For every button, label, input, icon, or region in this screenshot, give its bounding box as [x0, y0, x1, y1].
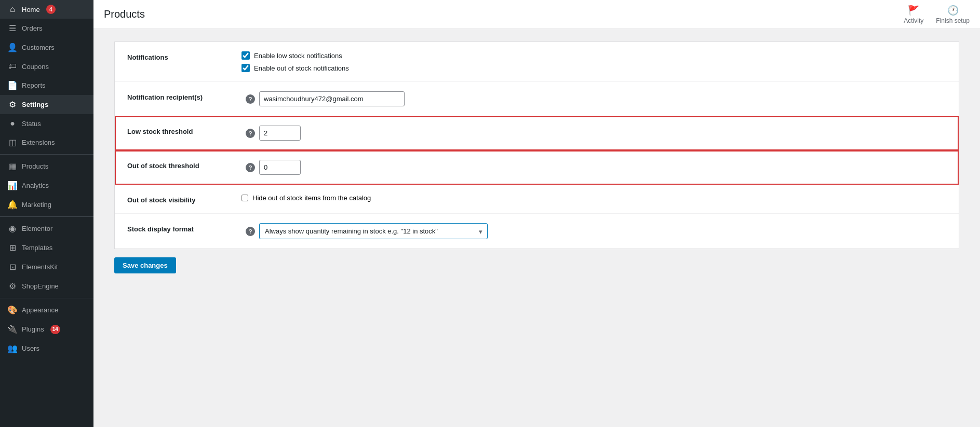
stock-display-select[interactable]: Always show quantity remaining in stock …	[259, 223, 488, 239]
settings-content: Notifications Enable low stock notificat…	[93, 29, 980, 427]
sidebar-item-label: Customers	[22, 44, 55, 51]
notification-recipients-label: Notification recipient(s)	[127, 91, 241, 101]
sidebar-item-label: Settings	[22, 101, 48, 108]
stock-display-format-row: Stock display format ? Always show quant…	[115, 214, 959, 249]
notification-help-icon[interactable]: ?	[246, 94, 255, 104]
notifications-row: Notifications Enable low stock notificat…	[115, 42, 959, 82]
low-stock-threshold-input[interactable]	[259, 126, 301, 141]
sidebar-item-plugins[interactable]: 🔌 Plugins 14	[0, 320, 93, 339]
low-stock-help-icon[interactable]: ?	[246, 129, 255, 138]
enable-out-of-stock-checkbox[interactable]	[241, 64, 250, 72]
appearance-icon: 🎨	[7, 305, 18, 315]
sidebar-item-coupons[interactable]: 🏷 Coupons	[0, 57, 93, 76]
hide-oos-row[interactable]: Hide out of stock items from the catalog	[241, 194, 946, 202]
topbar-actions: 🚩 Activity 🕐 Finish setup	[904, 5, 970, 24]
out-of-stock-threshold-row: Out of stock threshold ?	[115, 150, 959, 185]
sidebar-item-customers[interactable]: 👤 Customers	[0, 38, 93, 57]
extensions-icon: ◫	[7, 137, 18, 147]
plugins-icon: 🔌	[7, 324, 18, 334]
sidebar-item-products[interactable]: ▦ Products	[0, 157, 93, 176]
low-stock-threshold-control: ?	[241, 126, 946, 141]
status-icon: ●	[7, 119, 18, 128]
out-of-stock-inline: ?	[241, 160, 946, 175]
elementor-icon: ◉	[7, 224, 18, 233]
notifications-label: Notifications	[127, 51, 241, 61]
sidebar-item-label: ElementsKit	[22, 263, 58, 271]
main-area: Products 🚩 Activity 🕐 Finish setup Notif…	[93, 0, 980, 427]
activity-icon: 🚩	[908, 5, 919, 16]
sidebar: ⌂ Home 4 ☰ Orders 👤 Customers 🏷 Coupons …	[0, 0, 93, 427]
enable-low-stock-row[interactable]: Enable low stock notifications	[241, 51, 946, 60]
sidebar-item-analytics[interactable]: 📊 Analytics	[0, 176, 93, 195]
low-stock-threshold-label: Low stock threshold	[127, 126, 241, 135]
sidebar-item-label: Appearance	[22, 306, 58, 314]
analytics-icon: 📊	[7, 181, 18, 190]
low-stock-inline: ?	[241, 126, 946, 141]
sidebar-item-settings[interactable]: ⚙ Settings	[0, 95, 93, 114]
activity-button[interactable]: 🚩 Activity	[904, 5, 923, 24]
shopengine-icon: ⚙	[7, 281, 18, 291]
sidebar-item-label: Reports	[22, 81, 46, 89]
plugins-badge: 14	[50, 325, 60, 334]
out-of-stock-threshold-label: Out of stock threshold	[127, 160, 241, 170]
sidebar-item-orders[interactable]: ☰ Orders	[0, 19, 93, 38]
elementskit-icon: ⊡	[7, 262, 18, 272]
oos-visibility-label: Out of stock visibility	[127, 194, 241, 204]
enable-out-of-stock-row[interactable]: Enable out of stock notifications	[241, 64, 946, 72]
out-of-stock-help-icon[interactable]: ?	[246, 163, 255, 172]
oos-visibility-row: Out of stock visibility Hide out of stoc…	[115, 185, 959, 214]
sidebar-item-label: Extensions	[22, 139, 55, 146]
sidebar-item-users[interactable]: 👥 Users	[0, 339, 93, 358]
sidebar-item-label: ShopEngine	[22, 282, 59, 290]
settings-form: Notifications Enable low stock notificat…	[114, 42, 959, 249]
finish-setup-label: Finish setup	[936, 17, 970, 24]
out-of-stock-threshold-control: ?	[241, 160, 946, 175]
sidebar-item-label: Elementor	[22, 225, 52, 232]
save-changes-button[interactable]: Save changes	[114, 257, 176, 273]
hide-oos-checkbox[interactable]	[241, 195, 248, 201]
enable-out-of-stock-label: Enable out of stock notifications	[254, 64, 349, 72]
sidebar-item-appearance[interactable]: 🎨 Appearance	[0, 300, 93, 320]
sidebar-item-label: Home	[22, 6, 40, 13]
activity-label: Activity	[904, 17, 923, 24]
sidebar-item-label: Users	[22, 345, 39, 352]
sidebar-item-status[interactable]: ● Status	[0, 114, 93, 133]
clock-icon: 🕐	[947, 5, 959, 16]
sidebar-item-elementskit[interactable]: ⊡ ElementsKit	[0, 257, 93, 277]
coupons-icon: 🏷	[7, 62, 18, 71]
sidebar-item-elementor[interactable]: ◉ Elementor	[0, 219, 93, 238]
notification-recipients-control: ?	[241, 91, 946, 106]
low-stock-threshold-row: Low stock threshold ?	[115, 116, 959, 150]
sidebar-item-label: Templates	[22, 244, 52, 252]
templates-icon: ⊞	[7, 243, 18, 253]
home-badge: 4	[46, 5, 56, 14]
sidebar-item-reports[interactable]: 📄 Reports	[0, 76, 93, 95]
stock-display-format-control: ? Always show quantity remaining in stoc…	[241, 223, 946, 239]
users-icon: 👥	[7, 343, 18, 353]
customers-icon: 👤	[7, 43, 18, 52]
notification-email-input[interactable]	[259, 91, 405, 106]
page-title: Products	[104, 8, 145, 20]
sidebar-item-label: Orders	[22, 24, 43, 32]
enable-low-stock-checkbox[interactable]	[241, 51, 250, 60]
sidebar-divider-2	[0, 216, 93, 217]
sidebar-item-templates[interactable]: ⊞ Templates	[0, 238, 93, 257]
finish-setup-button[interactable]: 🕐 Finish setup	[936, 5, 970, 24]
sidebar-item-extensions[interactable]: ◫ Extensions	[0, 133, 93, 152]
marketing-icon: 🔔	[7, 200, 18, 210]
oos-visibility-control: Hide out of stock items from the catalog	[241, 194, 946, 202]
sidebar-item-label: Products	[22, 162, 48, 170]
out-of-stock-threshold-input[interactable]	[259, 160, 301, 175]
stock-display-format-label: Stock display format	[127, 223, 241, 233]
stock-display-help-icon[interactable]: ?	[246, 227, 255, 236]
sidebar-item-shopengine[interactable]: ⚙ ShopEngine	[0, 277, 93, 296]
settings-icon: ⚙	[7, 100, 18, 109]
stock-display-select-wrapper: Always show quantity remaining in stock …	[259, 223, 488, 239]
hide-oos-label: Hide out of stock items from the catalog	[252, 194, 371, 202]
sidebar-item-home[interactable]: ⌂ Home 4	[0, 0, 93, 19]
products-icon: ▦	[7, 161, 18, 171]
sidebar-item-marketing[interactable]: 🔔 Marketing	[0, 195, 93, 214]
sidebar-divider	[0, 154, 93, 155]
sidebar-item-label: Analytics	[22, 182, 49, 189]
enable-low-stock-label: Enable low stock notifications	[254, 52, 342, 60]
